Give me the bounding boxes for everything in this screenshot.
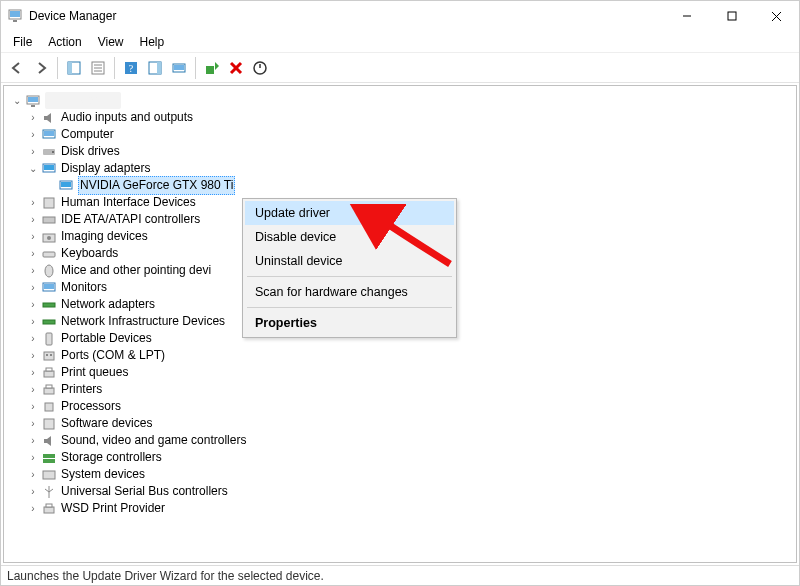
node-label: Universal Serial Bus controllers [61, 483, 228, 500]
network-icon [41, 297, 57, 313]
expand-icon[interactable]: › [26, 485, 40, 499]
expand-icon[interactable]: › [26, 502, 40, 516]
expand-icon[interactable]: › [26, 298, 40, 312]
expand-icon[interactable]: › [26, 468, 40, 482]
ctx-scan-hardware[interactable]: Scan for hardware changes [245, 280, 454, 304]
svg-rect-42 [43, 303, 55, 307]
svg-rect-44 [46, 333, 52, 345]
node-display[interactable]: ⌄Display adapters [8, 160, 792, 177]
statusbar: Launches the Update Driver Wizard for th… [1, 565, 799, 585]
node-label: Keyboards [61, 245, 118, 262]
svg-rect-45 [44, 352, 54, 360]
node-display-child[interactable]: NVIDIA GeForce GTX 980 Ti [8, 177, 792, 194]
svg-rect-31 [44, 165, 54, 170]
node-storage[interactable]: ›Storage controllers [8, 449, 792, 466]
node-software[interactable]: ›Software devices [8, 415, 792, 432]
expand-icon[interactable]: › [26, 417, 40, 431]
node-usb[interactable]: ›Universal Serial Bus controllers [8, 483, 792, 500]
forward-button[interactable] [29, 56, 53, 80]
expand-icon[interactable]: › [26, 264, 40, 278]
svg-point-37 [47, 236, 51, 240]
svg-point-39 [45, 265, 53, 277]
node-computer[interactable]: ›Computer [8, 126, 792, 143]
node-label: IDE ATA/ATAPI controllers [61, 211, 200, 228]
svg-rect-34 [44, 198, 54, 208]
node-label: Imaging devices [61, 228, 148, 245]
menu-view[interactable]: View [90, 33, 132, 51]
expand-icon[interactable]: › [26, 247, 40, 261]
svg-rect-4 [728, 12, 736, 20]
camera-icon [41, 229, 57, 245]
maximize-button[interactable] [709, 1, 754, 31]
svg-rect-53 [44, 419, 54, 429]
usb-icon [41, 484, 57, 500]
node-label: Ports (COM & LPT) [61, 347, 165, 364]
ctx-uninstall-device[interactable]: Uninstall device [245, 249, 454, 273]
root-node[interactable]: ⌄ hidden [8, 92, 792, 109]
close-button[interactable] [754, 1, 799, 31]
node-printqueues[interactable]: ›Print queues [8, 364, 792, 381]
expand-icon[interactable]: › [26, 230, 40, 244]
uninstall-button[interactable] [224, 56, 248, 80]
node-label: Network Infrastructure Devices [61, 313, 225, 330]
minimize-button[interactable] [664, 1, 709, 31]
help-button[interactable]: ? [119, 56, 143, 80]
menu-file[interactable]: File [5, 33, 40, 51]
node-wsd[interactable]: ›WSD Print Provider [8, 500, 792, 517]
monitor-icon [41, 127, 57, 143]
node-label: Sound, video and game controllers [61, 432, 246, 449]
node-disks[interactable]: ›Disk drives [8, 143, 792, 160]
menu-help[interactable]: Help [132, 33, 173, 51]
node-system[interactable]: ›System devices [8, 466, 792, 483]
ctx-separator [247, 307, 452, 308]
node-ports[interactable]: ›Ports (COM & LPT) [8, 347, 792, 364]
properties-button[interactable] [86, 56, 110, 80]
svg-rect-54 [43, 454, 55, 458]
svg-text:?: ? [129, 63, 134, 74]
disable-button[interactable] [248, 56, 272, 80]
ctx-properties[interactable]: Properties [245, 311, 454, 335]
expand-icon[interactable]: › [26, 434, 40, 448]
computer-icon [25, 93, 41, 109]
node-label: Processors [61, 398, 121, 415]
expand-icon[interactable]: › [26, 213, 40, 227]
expand-icon[interactable]: › [26, 315, 40, 329]
update-driver-button[interactable] [200, 56, 224, 80]
node-sound[interactable]: ›Sound, video and game controllers [8, 432, 792, 449]
monitor-icon [41, 280, 57, 296]
software-device-icon [41, 416, 57, 432]
svg-rect-43 [43, 320, 55, 324]
expand-icon[interactable]: › [26, 400, 40, 414]
expand-icon[interactable]: › [26, 145, 40, 159]
node-processors[interactable]: ›Processors [8, 398, 792, 415]
node-label: Human Interface Devices [61, 194, 196, 211]
svg-rect-19 [206, 66, 214, 74]
scan-hardware-button[interactable] [167, 56, 191, 80]
ide-icon [41, 212, 57, 228]
node-audio[interactable]: ›Audio inputs and outputs [8, 109, 792, 126]
ctx-disable-device[interactable]: Disable device [245, 225, 454, 249]
expand-icon[interactable]: ⌄ [10, 94, 24, 108]
svg-rect-25 [31, 105, 35, 107]
svg-rect-33 [61, 182, 71, 187]
svg-point-29 [52, 151, 54, 153]
ctx-update-driver[interactable]: Update driver [245, 201, 454, 225]
expand-icon[interactable]: › [26, 111, 40, 125]
expand-icon[interactable]: › [26, 383, 40, 397]
action-pane-button[interactable] [143, 56, 167, 80]
expand-icon[interactable]: › [26, 196, 40, 210]
expand-icon[interactable]: › [26, 281, 40, 295]
node-label: WSD Print Provider [61, 500, 165, 517]
node-label: Audio inputs and outputs [61, 109, 193, 126]
expand-icon[interactable]: › [26, 451, 40, 465]
expand-icon[interactable]: › [26, 366, 40, 380]
expand-icon[interactable]: › [26, 349, 40, 363]
expand-icon[interactable]: › [26, 332, 40, 346]
collapse-icon[interactable]: ⌄ [26, 162, 40, 176]
svg-rect-27 [44, 131, 54, 136]
show-hide-console-tree-button[interactable] [62, 56, 86, 80]
expand-icon[interactable]: › [26, 128, 40, 142]
node-printers[interactable]: ›Printers [8, 381, 792, 398]
menu-action[interactable]: Action [40, 33, 89, 51]
back-button[interactable] [5, 56, 29, 80]
